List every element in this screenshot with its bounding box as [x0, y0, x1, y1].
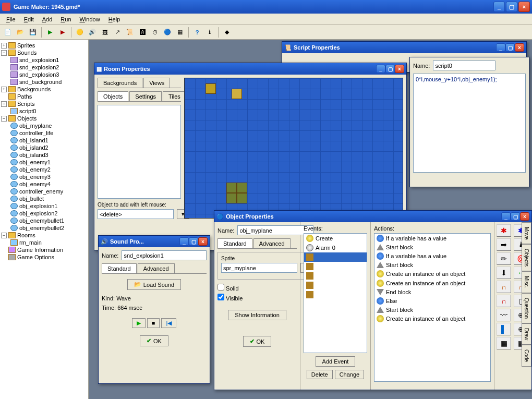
menu-add[interactable]: Add: [38, 15, 57, 23]
action-item[interactable]: Create an instance of an object: [374, 314, 490, 323]
tab-objects[interactable]: Objects: [98, 91, 128, 101]
action-item[interactable]: Create an instance of an object: [374, 279, 490, 288]
tab-backgrounds[interactable]: Backgrounds: [98, 78, 142, 88]
tree-item[interactable]: obj_myplane: [19, 123, 52, 129]
tree-item[interactable]: snd_explosion3: [19, 71, 59, 78]
new-icon[interactable]: 📄: [2, 27, 14, 38]
event-item[interactable]: [304, 252, 367, 262]
tab-advanced[interactable]: Advanced: [253, 238, 291, 248]
room-canvas[interactable]: [184, 78, 403, 219]
tree-item[interactable]: obj_island2: [19, 144, 49, 151]
run-icon[interactable]: ▶: [44, 27, 56, 38]
tab-standard[interactable]: Standard: [102, 263, 137, 273]
tree-item[interactable]: snd_background: [19, 79, 62, 85]
tree-item[interactable]: snd_explosion2: [19, 64, 59, 70]
tree-item[interactable]: rm_main: [19, 239, 42, 246]
object-icon[interactable]: 🔵: [162, 27, 173, 38]
solid-checkbox[interactable]: [217, 284, 224, 291]
publish-icon[interactable]: ◆: [221, 27, 233, 38]
tree-game-info[interactable]: Game Information: [17, 247, 63, 253]
visible-checkbox[interactable]: [217, 294, 224, 300]
event-item[interactable]: Alarm 0: [304, 243, 367, 252]
tree-rooms[interactable]: Rooms: [17, 232, 35, 238]
tree-item[interactable]: controller_enemy: [19, 188, 63, 195]
open-icon[interactable]: 📂: [15, 27, 26, 38]
maximize-button[interactable]: ▢: [511, 212, 520, 221]
sound-properties-window[interactable]: 🔊Sound Pro... _ ▢ × Name: Standard Advan…: [98, 235, 210, 384]
tree-item[interactable]: obj_enemy3: [19, 174, 51, 180]
event-item[interactable]: [304, 290, 367, 299]
action-btn[interactable]: ➡: [497, 238, 511, 251]
tree-item[interactable]: controller_life: [19, 130, 53, 136]
tree-item[interactable]: obj_bullet: [19, 196, 44, 202]
event-item[interactable]: [304, 281, 367, 290]
font-icon[interactable]: 🅰: [137, 27, 148, 38]
debug-icon[interactable]: ▶: [57, 27, 68, 38]
tab-tiles[interactable]: Tiles: [163, 91, 186, 101]
actions-listbox[interactable]: If a variable has a valueStart blockIf a…: [374, 233, 491, 382]
script-icon[interactable]: 📜: [124, 27, 136, 38]
close-button[interactable]: ×: [515, 43, 524, 52]
tree-item[interactable]: script0: [19, 108, 36, 114]
delete-event-button[interactable]: Delete: [307, 370, 333, 379]
tab-settings[interactable]: Settings: [129, 91, 162, 101]
event-item[interactable]: [304, 271, 367, 281]
show-info-button[interactable]: Show Information: [228, 310, 286, 320]
ok-button[interactable]: ✔ OK: [243, 336, 272, 347]
events-listbox[interactable]: CreateAlarm 0: [304, 233, 367, 353]
room-icon[interactable]: ▦: [174, 27, 186, 38]
object-properties-window[interactable]: 🔵Object Properties _ ▢ × Name: Standard …: [214, 210, 532, 390]
play-button[interactable]: ▶: [132, 318, 146, 328]
action-item[interactable]: Else: [374, 296, 490, 306]
minimize-button[interactable]: _: [496, 43, 505, 52]
minimize-button[interactable]: _: [493, 2, 505, 12]
action-item[interactable]: If a variable has a value: [374, 251, 490, 261]
help-icon[interactable]: ?: [191, 27, 203, 38]
resource-tree[interactable]: +Sprites −Sounds snd_explosion1 snd_expl…: [0, 40, 89, 399]
action-btn[interactable]: ▦: [497, 337, 511, 349]
tree-item[interactable]: obj_explosion2: [19, 210, 57, 216]
minimize-button[interactable]: _: [501, 212, 511, 221]
tree-item[interactable]: snd_explosion1: [19, 57, 59, 63]
maximize-button[interactable]: ▢: [506, 2, 517, 12]
action-btn[interactable]: ∩: [497, 281, 511, 293]
tree-item[interactable]: obj_enemy2: [19, 166, 51, 173]
menu-run[interactable]: Run: [56, 15, 75, 23]
action-item[interactable]: Start block: [374, 243, 490, 251]
tree-item[interactable]: obj_explosion1: [19, 203, 57, 209]
sidetab-misc[interactable]: Misc.: [522, 271, 531, 293]
sprite-combo[interactable]: [221, 263, 297, 273]
action-item[interactable]: Start block: [374, 306, 490, 314]
sidetab-question[interactable]: Question: [522, 293, 531, 323]
sound-name-input[interactable]: [122, 250, 207, 260]
sidetab-move[interactable]: Move: [522, 222, 531, 244]
ok-button[interactable]: ✔ OK: [140, 335, 168, 346]
sprite-icon[interactable]: 🟡: [74, 27, 86, 38]
tree-item[interactable]: obj_enemy1: [19, 159, 51, 165]
info-icon[interactable]: ℹ: [204, 27, 215, 38]
script-code-area[interactable]: 0*i,mouse_y+10*i,obj_enemy1);: [413, 74, 526, 173]
minimize-button[interactable]: _: [376, 65, 385, 73]
tree-item[interactable]: obj_enemybullet2: [19, 225, 64, 231]
save-icon[interactable]: 💾: [27, 27, 39, 38]
action-btn[interactable]: ✏: [497, 252, 511, 265]
tree-item[interactable]: obj_island3: [19, 152, 49, 158]
close-button[interactable]: ×: [395, 65, 404, 73]
load-sound-button[interactable]: 📂 Load Sound: [127, 279, 181, 290]
tree-objects[interactable]: Objects: [17, 115, 37, 122]
close-button[interactable]: ×: [518, 2, 530, 12]
stop-button[interactable]: ■: [147, 318, 160, 328]
add-event-button[interactable]: Add Event: [316, 356, 356, 367]
maximize-button[interactable]: ▢: [505, 43, 515, 52]
timeline-icon[interactable]: ⏱: [149, 27, 161, 38]
minimize-button[interactable]: _: [179, 237, 189, 246]
action-item[interactable]: If a variable has a value: [374, 234, 490, 243]
tree-item[interactable]: obj_enemybullet1: [19, 217, 64, 224]
tab-advanced[interactable]: Advanced: [138, 263, 175, 273]
menu-window[interactable]: Window: [76, 15, 104, 23]
tree-sprites[interactable]: Sprites: [17, 42, 35, 49]
obj-add-combo[interactable]: [98, 209, 174, 219]
change-event-button[interactable]: Change: [335, 370, 365, 379]
menu-edit[interactable]: Edit: [20, 15, 38, 23]
sidetab-draw[interactable]: Draw: [522, 323, 531, 345]
